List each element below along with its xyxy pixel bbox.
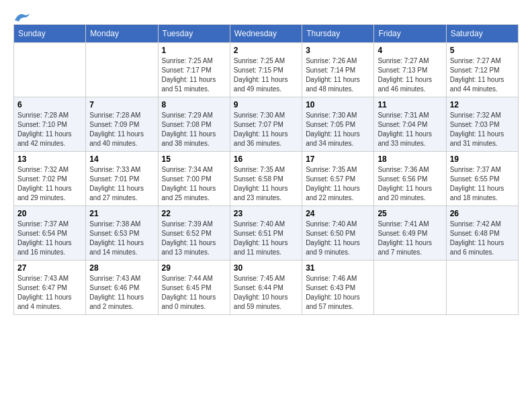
calendar-cell: 29Sunrise: 7:44 AM Sunset: 6:45 PM Dayli… xyxy=(158,261,230,315)
day-info: Sunrise: 7:33 AM Sunset: 7:01 PM Dayligh… xyxy=(89,165,154,203)
day-number: 21 xyxy=(89,209,154,218)
calendar-cell: 7Sunrise: 7:28 AM Sunset: 7:09 PM Daylig… xyxy=(86,97,158,152)
logo-bird-icon xyxy=(13,11,32,23)
day-info: Sunrise: 7:35 AM Sunset: 6:58 PM Dayligh… xyxy=(234,165,298,203)
day-number: 23 xyxy=(234,209,298,218)
day-number: 4 xyxy=(378,46,442,55)
day-number: 18 xyxy=(378,154,442,164)
day-of-week-header: Tuesday xyxy=(158,25,230,43)
day-number: 15 xyxy=(162,154,226,164)
day-of-week-header: Monday xyxy=(86,25,158,43)
day-number: 24 xyxy=(306,209,370,218)
calendar-cell: 22Sunrise: 7:39 AM Sunset: 6:52 PM Dayli… xyxy=(158,206,230,261)
day-info: Sunrise: 7:27 AM Sunset: 7:13 PM Dayligh… xyxy=(378,56,442,94)
calendar-cell: 8Sunrise: 7:29 AM Sunset: 7:08 PM Daylig… xyxy=(158,97,230,152)
day-info: Sunrise: 7:25 AM Sunset: 7:15 PM Dayligh… xyxy=(234,56,298,94)
day-info: Sunrise: 7:40 AM Sunset: 6:51 PM Dayligh… xyxy=(234,220,298,257)
day-number: 31 xyxy=(306,263,370,273)
day-info: Sunrise: 7:28 AM Sunset: 7:10 PM Dayligh… xyxy=(17,111,82,148)
day-info: Sunrise: 7:40 AM Sunset: 6:50 PM Dayligh… xyxy=(306,220,370,257)
calendar-cell: 3Sunrise: 7:26 AM Sunset: 7:14 PM Daylig… xyxy=(302,43,374,97)
calendar-cell: 2Sunrise: 7:25 AM Sunset: 7:15 PM Daylig… xyxy=(230,43,302,97)
calendar-cell: 9Sunrise: 7:30 AM Sunset: 7:07 PM Daylig… xyxy=(230,97,302,152)
calendar-cell: 12Sunrise: 7:32 AM Sunset: 7:03 PM Dayli… xyxy=(446,97,518,152)
calendar-cell: 27Sunrise: 7:43 AM Sunset: 6:47 PM Dayli… xyxy=(14,261,86,315)
calendar-week-row: 20Sunrise: 7:37 AM Sunset: 6:54 PM Dayli… xyxy=(14,206,519,261)
day-number: 3 xyxy=(306,46,370,55)
calendar-cell xyxy=(374,261,446,315)
day-info: Sunrise: 7:36 AM Sunset: 6:56 PM Dayligh… xyxy=(378,165,442,203)
day-info: Sunrise: 7:28 AM Sunset: 7:09 PM Dayligh… xyxy=(89,111,154,148)
day-info: Sunrise: 7:42 AM Sunset: 6:48 PM Dayligh… xyxy=(450,220,515,257)
day-number: 27 xyxy=(17,263,82,273)
day-info: Sunrise: 7:43 AM Sunset: 6:47 PM Dayligh… xyxy=(17,274,82,312)
day-of-week-header: Sunday xyxy=(14,25,86,43)
day-number: 22 xyxy=(162,209,226,218)
day-number: 16 xyxy=(234,154,298,164)
calendar-week-row: 6Sunrise: 7:28 AM Sunset: 7:10 PM Daylig… xyxy=(14,97,519,152)
day-info: Sunrise: 7:46 AM Sunset: 6:43 PM Dayligh… xyxy=(306,274,370,312)
day-info: Sunrise: 7:44 AM Sunset: 6:45 PM Dayligh… xyxy=(162,274,226,312)
day-number: 11 xyxy=(378,100,442,109)
day-info: Sunrise: 7:27 AM Sunset: 7:12 PM Dayligh… xyxy=(450,56,515,94)
calendar-cell: 11Sunrise: 7:31 AM Sunset: 7:04 PM Dayli… xyxy=(374,97,446,152)
day-number: 28 xyxy=(89,263,154,273)
day-number: 14 xyxy=(89,154,154,164)
day-number: 20 xyxy=(17,209,82,218)
day-number: 6 xyxy=(17,100,82,109)
calendar-cell: 17Sunrise: 7:35 AM Sunset: 6:57 PM Dayli… xyxy=(302,152,374,206)
day-number: 26 xyxy=(450,209,515,218)
day-number: 29 xyxy=(162,263,226,273)
day-number: 5 xyxy=(450,46,515,55)
day-info: Sunrise: 7:32 AM Sunset: 7:03 PM Dayligh… xyxy=(450,111,515,148)
calendar-week-row: 13Sunrise: 7:32 AM Sunset: 7:02 PM Dayli… xyxy=(14,152,519,206)
day-info: Sunrise: 7:45 AM Sunset: 6:44 PM Dayligh… xyxy=(234,274,298,312)
day-info: Sunrise: 7:39 AM Sunset: 6:52 PM Dayligh… xyxy=(162,220,226,257)
day-info: Sunrise: 7:43 AM Sunset: 6:46 PM Dayligh… xyxy=(89,274,154,312)
day-info: Sunrise: 7:30 AM Sunset: 7:05 PM Dayligh… xyxy=(306,111,370,148)
calendar-cell: 19Sunrise: 7:37 AM Sunset: 6:55 PM Dayli… xyxy=(446,152,518,206)
day-of-week-header: Friday xyxy=(374,25,446,43)
day-info: Sunrise: 7:37 AM Sunset: 6:55 PM Dayligh… xyxy=(450,165,515,203)
day-number: 1 xyxy=(162,46,226,55)
calendar-cell: 24Sunrise: 7:40 AM Sunset: 6:50 PM Dayli… xyxy=(302,206,374,261)
calendar-cell: 13Sunrise: 7:32 AM Sunset: 7:02 PM Dayli… xyxy=(14,152,86,206)
day-number: 19 xyxy=(450,154,515,164)
day-info: Sunrise: 7:41 AM Sunset: 6:49 PM Dayligh… xyxy=(378,220,442,257)
day-info: Sunrise: 7:25 AM Sunset: 7:17 PM Dayligh… xyxy=(162,56,226,94)
day-number: 2 xyxy=(234,46,298,55)
day-info: Sunrise: 7:35 AM Sunset: 6:57 PM Dayligh… xyxy=(306,165,370,203)
calendar-cell: 28Sunrise: 7:43 AM Sunset: 6:46 PM Dayli… xyxy=(86,261,158,315)
day-number: 17 xyxy=(306,154,370,164)
calendar-cell xyxy=(446,261,518,315)
day-of-week-header: Saturday xyxy=(446,25,518,43)
calendar-cell: 25Sunrise: 7:41 AM Sunset: 6:49 PM Dayli… xyxy=(374,206,446,261)
day-info: Sunrise: 7:26 AM Sunset: 7:14 PM Dayligh… xyxy=(306,56,370,94)
day-info: Sunrise: 7:32 AM Sunset: 7:02 PM Dayligh… xyxy=(17,165,82,203)
calendar-cell: 1Sunrise: 7:25 AM Sunset: 7:17 PM Daylig… xyxy=(158,43,230,97)
day-of-week-header: Thursday xyxy=(302,25,374,43)
calendar-cell: 30Sunrise: 7:45 AM Sunset: 6:44 PM Dayli… xyxy=(230,261,302,315)
calendar-cell: 14Sunrise: 7:33 AM Sunset: 7:01 PM Dayli… xyxy=(86,152,158,206)
calendar-table: SundayMondayTuesdayWednesdayThursdayFrid… xyxy=(13,24,519,315)
day-number: 12 xyxy=(450,100,515,109)
calendar-cell: 10Sunrise: 7:30 AM Sunset: 7:05 PM Dayli… xyxy=(302,97,374,152)
day-number: 7 xyxy=(89,100,154,109)
calendar-cell xyxy=(86,43,158,97)
calendar-cell: 23Sunrise: 7:40 AM Sunset: 6:51 PM Dayli… xyxy=(230,206,302,261)
day-info: Sunrise: 7:34 AM Sunset: 7:00 PM Dayligh… xyxy=(162,165,226,203)
day-of-week-header: Wednesday xyxy=(230,25,302,43)
calendar-week-row: 1Sunrise: 7:25 AM Sunset: 7:17 PM Daylig… xyxy=(14,43,519,97)
calendar-cell: 26Sunrise: 7:42 AM Sunset: 6:48 PM Dayli… xyxy=(446,206,518,261)
calendar-cell: 6Sunrise: 7:28 AM Sunset: 7:10 PM Daylig… xyxy=(14,97,86,152)
calendar-cell: 15Sunrise: 7:34 AM Sunset: 7:00 PM Dayli… xyxy=(158,152,230,206)
day-info: Sunrise: 7:31 AM Sunset: 7:04 PM Dayligh… xyxy=(378,111,442,148)
day-info: Sunrise: 7:37 AM Sunset: 6:54 PM Dayligh… xyxy=(17,220,82,257)
day-info: Sunrise: 7:30 AM Sunset: 7:07 PM Dayligh… xyxy=(234,111,298,148)
day-info: Sunrise: 7:29 AM Sunset: 7:08 PM Dayligh… xyxy=(162,111,226,148)
calendar-cell: 21Sunrise: 7:38 AM Sunset: 6:53 PM Dayli… xyxy=(86,206,158,261)
day-number: 25 xyxy=(378,209,442,218)
calendar-cell: 5Sunrise: 7:27 AM Sunset: 7:12 PM Daylig… xyxy=(446,43,518,97)
day-number: 10 xyxy=(306,100,370,109)
calendar-cell: 4Sunrise: 7:27 AM Sunset: 7:13 PM Daylig… xyxy=(374,43,446,97)
